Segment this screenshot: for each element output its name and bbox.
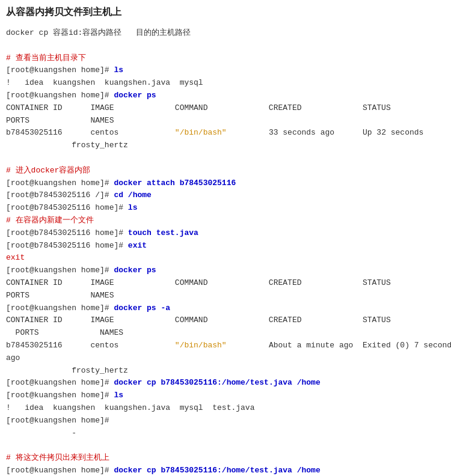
prompt: [root@kuangshen home]#	[6, 178, 114, 188]
dash-output: -	[6, 427, 445, 440]
syntax-line: docker cp 容器id:容器内路径 目的的主机路径	[6, 27, 445, 40]
output-ls1: ! idea kuangshen kuangshen.java mysql	[6, 77, 445, 90]
prompt: [root@kuangshen home]#	[6, 466, 114, 475]
comment-4: # 将这文件拷贝出来到主机上	[6, 452, 445, 465]
comment-3: # 在容器内新建一个文件	[6, 215, 445, 227]
cmd: exit	[128, 241, 147, 250]
prompt: [root@kuangshen home]#	[6, 304, 114, 313]
prompt: [root@kuangshen home]#	[6, 91, 114, 100]
prompt-container: [root@b78453025116 home]#	[6, 203, 128, 212]
cmd: ls	[114, 66, 123, 75]
cmd: docker ps -a	[114, 304, 170, 313]
table-header-3: CONTAINER ID IMAGE COMMAND CREATED STATU…	[6, 314, 445, 327]
ago-row: ago	[6, 352, 445, 365]
table-header-2: CONTAINER ID IMAGE COMMAND CREATED STATU…	[6, 277, 445, 290]
table-header-ports-3: PORTS NAMES	[6, 327, 445, 340]
table-row: b78453025116 centos "/bin/bash" 33 secon…	[6, 127, 445, 139]
table-header-ports-2: PORTS NAMES	[6, 290, 445, 302]
comment-2: # 进入docker容器内部	[6, 165, 445, 177]
prompt-container: [root@b78453025116 home]#	[6, 241, 128, 250]
exit-label: exit	[6, 252, 445, 264]
comment-1: # 查看当前主机目录下	[6, 52, 445, 65]
names-row-2: frosty_hertz	[6, 365, 445, 377]
cmd: docker cp b78453025116:/home/test.java /…	[114, 466, 320, 475]
cmd: ls	[128, 203, 138, 212]
terminal-content: docker cp 容器id:容器内路径 目的的主机路径 # 查看当前主机目录下…	[6, 25, 445, 476]
cmd: docker cp b78453025116:/home/test.java /…	[114, 378, 320, 387]
cmd: docker ps	[114, 266, 156, 275]
cmd: docker ps	[114, 91, 156, 100]
prompt: [root@kuangshen home]#	[6, 66, 114, 75]
prompt: [root@kuangshen home]#	[6, 391, 114, 400]
cmd: docker attach b78453025116	[114, 178, 236, 188]
table-header-1: CONTAINER ID IMAGE COMMAND CREATED STATU…	[6, 102, 445, 115]
cmd: touch test.java	[128, 228, 198, 237]
table-row-2: b78453025116 centos "/bin/bash" About a …	[6, 340, 445, 352]
page-title: 从容器内拷贝文件到主机上	[6, 6, 445, 19]
prompt: [root@kuangshen home]#	[6, 416, 114, 425]
prompt-container: [root@b78453025116 home]#	[6, 228, 128, 237]
prompt-container: [root@b78453025116 /]#	[6, 191, 114, 200]
names-row-1: frosty_hertz	[6, 139, 445, 152]
prompt: [root@kuangshen home]#	[6, 378, 114, 387]
output-ls2: ! idea kuangshen kuangshen.java mysql te…	[6, 402, 445, 415]
prompt: [root@kuangshen home]#	[6, 266, 114, 275]
cmd: cd /home	[114, 191, 151, 200]
cmd: ls	[114, 391, 123, 400]
table-header-ports-1: PORTS NAMES	[6, 115, 445, 127]
